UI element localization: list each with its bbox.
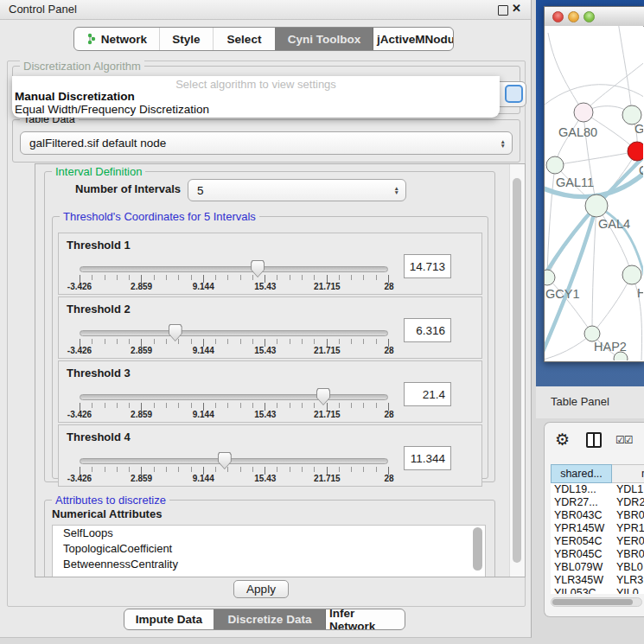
dropdown-arrow-button[interactable] (505, 85, 523, 103)
traffic-light-zoom-icon[interactable] (583, 11, 595, 22)
tick-label: 2.859 (131, 346, 152, 355)
table-data-select[interactable]: galFiltered.sif default node (20, 131, 513, 155)
table-cell: YER054C (551, 535, 612, 548)
dropdown-option[interactable]: Manual Discretization (14, 90, 498, 103)
settings-scrollbar[interactable] (509, 164, 525, 577)
network-node-gal80[interactable] (574, 103, 593, 122)
threshold-value-field[interactable]: 14.713 (404, 254, 451, 278)
network-node-gal4[interactable] (585, 194, 608, 217)
scrollbar-thumb[interactable] (513, 178, 521, 563)
tick-label: 21.715 (314, 474, 341, 483)
float-window-icon[interactable] (498, 5, 508, 16)
tab-cyni-toolbox[interactable]: Cyni Toolbox (275, 28, 373, 50)
node-label-gal80: GAL80 (558, 125, 597, 139)
horizontal-scrollbar[interactable] (551, 597, 642, 607)
network-nodes (545, 103, 643, 360)
slider-track[interactable] (80, 330, 388, 336)
slider-tick-labels: -3.4262.8599.14415.4321.71528 (80, 346, 389, 356)
tab-style[interactable]: Style (159, 28, 213, 50)
tab-select[interactable]: Select (213, 28, 275, 50)
table-data-group: Table Data galFiltered.sif default node (12, 119, 520, 163)
threshold-panel-1: Threshold 1 -3.4262.8599.14415.4321.7152… (58, 233, 482, 295)
split-columns-icon[interactable] (586, 432, 602, 448)
network-node-gal11[interactable] (546, 156, 564, 174)
gear-icon[interactable] (555, 430, 570, 450)
column-header-name[interactable]: na (612, 464, 644, 483)
tick-label: 2.859 (131, 474, 152, 483)
control-panel-tab-bar: Network Style Select Cyni Toolbox jActiv… (73, 27, 454, 51)
slider-tick-labels: -3.4262.8599.14415.4321.71528 (80, 282, 389, 292)
list-item[interactable]: TopologicalCoefficient (53, 541, 485, 557)
table-row[interactable]: YDR27... YDR2 (551, 496, 644, 509)
network-node-h[interactable] (622, 265, 641, 284)
column-header-shared[interactable]: shared... (551, 464, 612, 483)
table-row[interactable]: YLR345W YLR3 (551, 574, 644, 587)
tick-label: 28 (384, 282, 393, 291)
network-node-gcy1[interactable] (545, 270, 555, 285)
tick-label: 21.715 (314, 346, 341, 355)
tab-discretize-data[interactable]: Discretize Data (214, 609, 325, 629)
table-row[interactable]: YBR045C YBR0 (551, 548, 644, 561)
algorithm-group-label: Discretization Algorithm (20, 60, 144, 73)
node-label-partial: C (639, 163, 643, 177)
threshold-label: Threshold 3 (67, 367, 131, 379)
table-body: YDL19... YDL1 YDR27... YDR2 YBR043C YBR0… (551, 483, 644, 594)
tab-jactivemnodules[interactable]: jActiveMNodules (373, 28, 454, 50)
threshold-value-field[interactable]: 11.344 (404, 446, 451, 470)
slider-track[interactable] (80, 458, 388, 464)
tab-network[interactable]: Network (74, 28, 159, 50)
network-window-titlebar[interactable] (545, 7, 644, 27)
tick-label: -3.426 (67, 282, 92, 291)
attributes-list[interactable]: SelfLoopsTopologicalCoefficientBetweenne… (52, 525, 486, 577)
slider-track[interactable] (80, 266, 388, 272)
threshold-label: Threshold 4 (67, 430, 131, 443)
network-canvas[interactable]: GAL80 GA C GAL11 GAL4 GCY1 H HAP2 (545, 26, 643, 360)
table-row[interactable]: YBL079W YBL0 (551, 561, 644, 574)
network-node-selected[interactable] (628, 142, 643, 161)
tab-infer-network[interactable]: Infer Network (325, 609, 405, 629)
traffic-light-minimize-icon[interactable] (568, 11, 579, 22)
tick-label: -3.426 (67, 410, 92, 419)
threshold-value-field[interactable]: 21.4 (404, 382, 451, 406)
table-data-selected-value: galFiltered.sif default node (29, 137, 166, 150)
numerical-attributes-title: Numerical Attributes (52, 507, 162, 520)
table-panel-header: Table Panel (536, 386, 644, 418)
list-scrollbar[interactable] (473, 527, 482, 571)
table-panel-container: shared... na YDL19... YDL1 YDR27... YDR2… (544, 422, 644, 617)
control-panel-title: Control Panel (9, 3, 77, 16)
table-cell: YER0 (612, 535, 644, 548)
tick-label: 9.144 (193, 410, 214, 419)
network-view-window[interactable]: GAL80 GA C GAL11 GAL4 GCY1 H HAP2 (544, 6, 644, 362)
scrollbar-thumb[interactable] (552, 599, 633, 605)
traffic-light-close-icon[interactable] (552, 11, 564, 22)
list-item[interactable]: BetweennessCentrality (53, 557, 485, 572)
checkbox-icons[interactable] (615, 434, 633, 446)
table-row[interactable]: YIL053C YIL0 (551, 587, 644, 594)
thresholds-group: Threshold's Coordinates for 5 Intervals … (52, 216, 488, 479)
number-of-intervals-select[interactable]: 5 (188, 179, 406, 201)
thresholds-group-label: Threshold's Coordinates for 5 Intervals (60, 210, 259, 223)
tab-impute-data[interactable]: Impute Data (124, 609, 214, 629)
table-row[interactable]: YPR145W YPR1 (551, 522, 644, 535)
tick-label: 9.144 (193, 282, 214, 291)
dropdown-option[interactable]: Equal Width/Frequency Discretization (14, 103, 498, 116)
control-panel-titlebar[interactable]: Control Panel (0, 0, 531, 20)
threshold-value-field[interactable]: 6.316 (404, 318, 451, 342)
close-icon[interactable] (512, 2, 524, 17)
table-row[interactable]: YER054C YER0 (551, 535, 644, 548)
tab-label: jActiveMNodules (377, 33, 454, 46)
table-cell: YDL19... (551, 483, 612, 496)
table-cell: YBL079W (551, 561, 612, 574)
table-row[interactable]: YDL19... YDL1 (551, 483, 644, 496)
stepper-arrows-icon (501, 139, 506, 148)
list-item[interactable]: SelfLoops (53, 526, 485, 541)
attributes-group-label: Attributes to discretize (52, 494, 169, 507)
node-label-partial: H (637, 286, 643, 300)
tick-label: 21.715 (314, 410, 341, 419)
tick-label: -3.426 (67, 474, 92, 483)
table-row[interactable]: YBR043C YBR0 (551, 509, 644, 522)
table-cell: YDR27... (551, 496, 612, 509)
node-attribute-table: shared... na YDL19... YDL1 YDR27... YDR2… (551, 464, 644, 594)
slider-track[interactable] (80, 394, 388, 400)
apply-button[interactable]: Apply (233, 580, 289, 598)
